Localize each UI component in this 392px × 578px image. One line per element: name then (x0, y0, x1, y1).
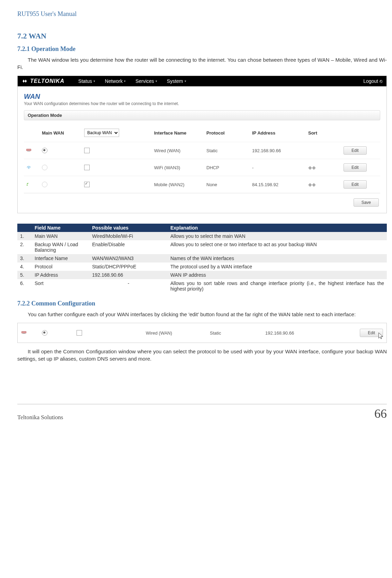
sort-handle[interactable]: ◆ ◆ (308, 182, 315, 187)
cell-protocol: Static (206, 323, 262, 343)
brand-text: TELTONIKA (30, 78, 64, 84)
page-description: Your WAN configuration determines how th… (24, 101, 380, 106)
subsection-heading: 7.2.1 Operation Mode (17, 45, 387, 53)
logout-link[interactable]: Logout ⎋ (363, 78, 382, 84)
table-row: 1. Main WAN Wired/Mobile/Wi-Fi Allows yo… (17, 232, 387, 240)
svg-rect-1 (27, 151, 30, 152)
top-nav: Status▾ Network▾ Services▾ System▾ (78, 78, 363, 84)
col-main-wan: Main WAN (40, 125, 82, 142)
table-row: Wired (WAN) Static 192.168.90.66 Edit (18, 323, 386, 343)
table-row: WiFi (WAN3) DHCP - ◆ ◆ Edit (24, 159, 380, 176)
brand-logo: TELTONIKA (22, 78, 64, 84)
main-wan-radio[interactable] (42, 148, 47, 153)
subsection-heading: 7.2.2 Common Configuration (17, 300, 387, 307)
backup-wan-checkbox[interactable] (84, 165, 90, 170)
wired-icon (21, 330, 27, 335)
svg-point-2 (28, 168, 29, 169)
backup-wan-checkbox[interactable] (84, 182, 90, 187)
table-row: Wired (WAN) Static 192.168.90.66 Edit (24, 142, 380, 159)
cell-protocol: DHCP (204, 159, 250, 176)
nav-network[interactable]: Network▾ (105, 78, 126, 84)
wifi-icon (26, 165, 32, 170)
topbar: TELTONIKA Status▾ Network▾ Services▾ Sys… (18, 76, 386, 86)
cell-interface: WiFi (WAN3) (152, 159, 204, 176)
cell-ip: 192.168.90.66 (262, 323, 338, 343)
chevron-down-icon: ▾ (124, 79, 126, 83)
col-explanation: Explanation (168, 224, 387, 232)
page-title: WAN (24, 93, 380, 101)
main-wan-radio[interactable] (42, 182, 47, 187)
doc-header: RUT955 User's Manual (17, 10, 387, 18)
cell-ip: 84.15.198.92 (250, 176, 306, 193)
page-footer: Teltonika Solutions 66 (17, 404, 387, 421)
chevron-down-icon: ▾ (155, 79, 157, 83)
nav-system[interactable]: System▾ (167, 78, 186, 84)
col-sort: Sort (306, 125, 341, 142)
mobile-icon (26, 182, 32, 187)
cell-protocol: Static (204, 142, 250, 159)
save-button[interactable]: Save (354, 198, 379, 207)
svg-rect-4 (21, 331, 26, 333)
cell-interface: Wired (WAN) (152, 142, 204, 159)
cursor-icon (377, 332, 384, 340)
svg-rect-0 (26, 149, 31, 150)
router-ui-screenshot: TELTONIKA Status▾ Network▾ Services▾ Sys… (17, 76, 387, 213)
main-wan-radio[interactable] (42, 330, 47, 336)
table-row: 3. Interface Name WAN/WAN2/WAN3 Names of… (17, 254, 387, 262)
cell-interface: Mobile (WAN2) (152, 176, 204, 193)
cell-ip: 192.168.90.66 (250, 142, 306, 159)
cell-protocol: None (204, 176, 250, 193)
col-field-name: Field Name (32, 224, 89, 232)
page-number: 66 (374, 406, 387, 421)
paragraph: You can further configure each of your W… (17, 311, 387, 318)
section-heading: 7.2 WAN (17, 32, 387, 41)
col-protocol: Protocol (204, 125, 250, 142)
svg-point-3 (27, 185, 28, 186)
nav-status[interactable]: Status▾ (78, 78, 95, 84)
cell-interface: Wired (WAN) (142, 323, 206, 343)
logout-icon: ⎋ (380, 78, 382, 84)
edit-button[interactable]: Edit (344, 146, 367, 155)
table-row: 2. Backup WAN / Load Balancing Enable/Di… (17, 240, 387, 254)
col-ip-address: IP Address (250, 125, 306, 142)
table-row: 4. Protocol Static/DHCP/PPPoE The protoc… (17, 262, 387, 271)
col-interface-name: Interface Name (152, 125, 204, 142)
paragraph: The WAN window lets you determine how th… (17, 56, 387, 71)
col-possible-values: Possible values (89, 224, 168, 232)
router-ui-row-screenshot: Wired (WAN) Static 192.168.90.66 Edit (17, 323, 387, 343)
backup-wan-checkbox[interactable] (77, 330, 82, 336)
wan-table: Main WAN Backup WAN Interface Name Proto… (24, 125, 380, 193)
backup-wan-select[interactable]: Backup WAN (84, 129, 119, 137)
table-header-row: Main WAN Backup WAN Interface Name Proto… (24, 125, 380, 142)
table-row: 5. IP Address 192.168.90.66 WAN IP addre… (17, 271, 387, 279)
wired-icon (26, 148, 32, 153)
chevron-down-icon: ▾ (93, 79, 95, 83)
table-row: 6. Sort - Allows you to sort table rows … (17, 279, 387, 293)
footer-brand: Teltonika Solutions (17, 414, 63, 421)
panel-title: Operation Mode (24, 110, 380, 120)
paragraph: It will open the Common Configuration wi… (17, 348, 387, 362)
backup-wan-checkbox[interactable] (84, 148, 90, 153)
main-wan-radio[interactable] (42, 165, 47, 170)
field-explanation-table: Field Name Possible values Explanation 1… (17, 224, 387, 293)
sort-handle[interactable]: ◆ ◆ (308, 165, 315, 170)
table-row: Mobile (WAN2) None 84.15.198.92 ◆ ◆ Edit (24, 176, 380, 193)
cell-ip: - (250, 159, 306, 176)
svg-rect-5 (23, 333, 25, 334)
nav-services[interactable]: Services▾ (135, 78, 157, 84)
edit-button[interactable]: Edit (344, 180, 367, 189)
edit-button[interactable]: Edit (344, 163, 367, 172)
logo-icon (22, 78, 28, 84)
chevron-down-icon: ▾ (185, 79, 186, 83)
